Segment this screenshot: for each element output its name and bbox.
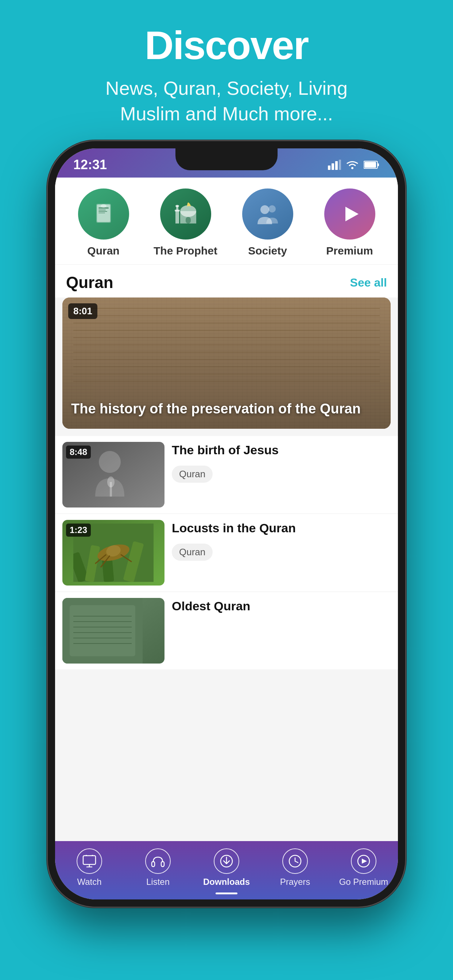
tab-listen[interactable]: Listen (124, 848, 192, 887)
quran-section-header: Quran See all (55, 265, 398, 298)
svg-rect-0 (328, 165, 330, 170)
category-row: Quran (55, 178, 398, 265)
headphones-icon (145, 848, 171, 874)
tab-bar: Watch Listen (55, 841, 398, 899)
category-label-quran: Quran (87, 245, 119, 257)
video-list-item-2[interactable]: Oldest Quran (55, 592, 398, 670)
svg-rect-21 (186, 217, 191, 223)
svg-line-70 (295, 861, 298, 862)
svg-rect-15 (175, 210, 179, 223)
svg-point-23 (268, 205, 276, 213)
category-item-quran[interactable]: Quran (62, 188, 144, 257)
svg-rect-1 (332, 163, 334, 170)
video-info-2: Oldest Quran (172, 598, 391, 614)
phone-notch (175, 148, 278, 170)
category-label-premium: Premium (326, 245, 373, 257)
video-duration-1: 1:23 (66, 523, 91, 537)
tab-prayers[interactable]: Prayers (261, 848, 329, 887)
downloads-icon (220, 854, 233, 868)
svg-marker-72 (362, 859, 367, 864)
category-item-premium[interactable]: Premium (309, 188, 391, 257)
category-item-prophet[interactable]: The Prophet (144, 188, 226, 257)
video-list-item-1[interactable]: 1:23 Locusts in the Quran Quran (55, 514, 398, 591)
svg-rect-13 (99, 213, 105, 213)
app-content: Quran (55, 178, 398, 841)
svg-rect-2 (335, 161, 338, 170)
quran-icon (89, 199, 118, 229)
listen-headphones-icon (151, 854, 165, 868)
category-label-society: Society (248, 245, 287, 257)
video-tag-1: Quran (172, 544, 213, 561)
tab-prayers-label: Prayers (280, 877, 310, 887)
society-icon-circle (242, 188, 293, 240)
tab-downloads-label: Downloads (203, 877, 250, 887)
quran-icon-circle (78, 188, 129, 240)
tab-watch[interactable]: Watch (55, 848, 124, 887)
premium-icon-circle (324, 188, 375, 240)
video-title-0: The birth of Jesus (172, 442, 391, 458)
svg-rect-65 (161, 862, 164, 867)
tab-premium-label: Go Premium (339, 877, 388, 887)
svg-rect-11 (99, 210, 106, 210)
video-info-0: The birth of Jesus Quran (172, 442, 391, 482)
video-duration-0: 8:48 (66, 445, 91, 459)
premium-icon (335, 199, 364, 229)
header-section: Discover News, Quran, Society, LivingMus… (105, 0, 348, 141)
active-indicator (215, 892, 238, 894)
society-icon (253, 199, 282, 229)
svg-point-40 (107, 477, 115, 487)
status-icons (328, 156, 380, 170)
phone-frame: 12:31 (48, 141, 405, 907)
tab-downloads[interactable]: Downloads (192, 848, 261, 887)
download-icon (214, 848, 239, 874)
video-info-1: Locusts in the Quran Quran (172, 520, 391, 560)
svg-rect-3 (339, 160, 341, 170)
video-thumb-0: 8:48 (62, 442, 164, 508)
svg-rect-59 (83, 856, 96, 864)
tab-listen-label: Listen (146, 877, 170, 887)
page-subtitle: News, Quran, Society, LivingMuslim and M… (105, 75, 348, 127)
tv-icon (77, 848, 102, 874)
svg-point-38 (99, 451, 121, 473)
svg-point-22 (260, 205, 269, 214)
featured-video-title: The history of the preservation of the Q… (71, 400, 382, 418)
prophet-icon-circle (160, 188, 211, 240)
page-title: Discover (105, 22, 348, 68)
svg-point-14 (100, 204, 107, 208)
video-title-1: Locusts in the Quran (172, 520, 391, 536)
signal-icon (328, 160, 341, 170)
svg-rect-7 (378, 163, 379, 166)
tab-premium[interactable]: Go Premium (329, 848, 398, 887)
video-thumb-1: 1:23 (62, 520, 164, 585)
svg-marker-24 (345, 207, 359, 221)
play-circle-icon (351, 848, 376, 874)
svg-point-4 (351, 167, 353, 169)
category-label-prophet: The Prophet (153, 245, 217, 257)
svg-rect-12 (99, 211, 107, 212)
battery-icon (364, 161, 380, 169)
clock-icon (282, 848, 308, 874)
prayers-clock-icon (288, 854, 302, 868)
prophet-icon (171, 199, 200, 229)
premium-play-icon (357, 854, 370, 868)
status-time: 12:31 (73, 153, 107, 172)
video-thumb-2 (62, 598, 164, 663)
svg-rect-64 (152, 862, 155, 867)
svg-point-18 (175, 205, 179, 207)
see-all-link[interactable]: See all (350, 276, 387, 290)
phone-screen: 12:31 (55, 148, 398, 899)
svg-rect-6 (364, 162, 376, 168)
thumb-quran2-bg (62, 598, 164, 663)
video-tag-0: Quran (172, 466, 213, 483)
video-title-2: Oldest Quran (172, 598, 391, 614)
featured-video[interactable]: 8:01 The history of the preservation of … (62, 298, 391, 429)
svg-rect-52 (70, 605, 135, 656)
wifi-icon (346, 160, 359, 170)
quran-visual (62, 598, 143, 663)
tab-watch-label: Watch (77, 877, 101, 887)
category-item-society[interactable]: Society (226, 188, 309, 257)
section-title: Quran (66, 274, 113, 292)
featured-video-duration: 8:01 (68, 303, 97, 319)
video-list-item-0[interactable]: 8:48 The birth of Jesus Quran (55, 436, 398, 513)
watch-tv-icon (83, 855, 96, 867)
